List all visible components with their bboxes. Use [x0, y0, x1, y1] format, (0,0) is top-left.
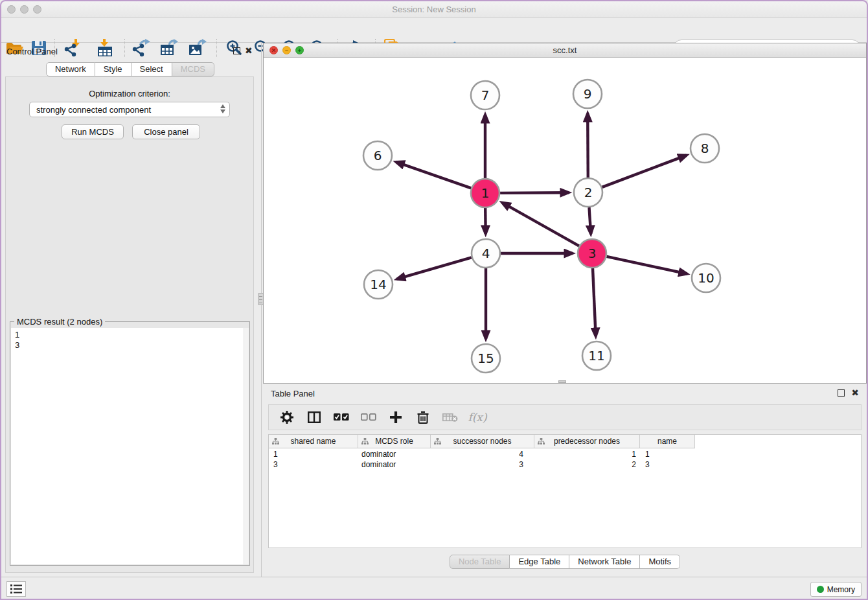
- edge-1-6[interactable]: [396, 162, 471, 189]
- column-header-mcds-role[interactable]: MCDS role: [358, 435, 431, 448]
- tab-style[interactable]: Style: [95, 62, 131, 76]
- optimization-criterion-label: Optimization criterion:: [6, 89, 253, 98]
- edge-4-14[interactable]: [397, 257, 472, 279]
- criterion-dropdown[interactable]: strongly connected component: [29, 102, 230, 117]
- table-close-icon[interactable]: ✖: [851, 388, 859, 397]
- control-panel: Control Panel ✖ NetworkStyleSelectMCDS O…: [0, 43, 260, 577]
- memory-status-icon: [817, 586, 824, 593]
- mcds-result-text[interactable]: 1 3: [11, 328, 249, 564]
- node-3[interactable]: 3: [578, 239, 606, 268]
- network-title: scc.txt: [264, 45, 866, 55]
- table-cell: dominator: [358, 449, 431, 459]
- list-icon: [10, 584, 22, 594]
- table-cell: 1: [269, 449, 358, 459]
- node-table-body: 1dominator4113dominator323: [269, 449, 861, 548]
- task-history-button[interactable]: [6, 581, 26, 597]
- add-row-icon[interactable]: [387, 408, 405, 426]
- table-cell: dominator: [358, 459, 431, 470]
- close-panel-button[interactable]: Close panel: [132, 124, 200, 139]
- node-15[interactable]: 15: [472, 344, 500, 373]
- node-11[interactable]: 11: [582, 341, 611, 370]
- delete-table-icon[interactable]: [441, 408, 459, 426]
- edge-3-10[interactable]: [607, 257, 687, 274]
- node-table: shared nameMCDS rolesuccessor nodesprede…: [268, 434, 862, 548]
- table-panel-tabs: Node TableEdge TableNetwork TableMotifs: [263, 555, 867, 569]
- float-panel-icon[interactable]: [233, 47, 240, 54]
- network-resize-grip[interactable]: [558, 380, 566, 383]
- table-row[interactable]: 1dominator411: [269, 449, 861, 459]
- mcds-panel-body: Optimization criterion: strongly connect…: [5, 76, 254, 573]
- mcds-result-scrollbar[interactable]: [244, 328, 249, 564]
- settings-gear-icon[interactable]: [278, 408, 296, 426]
- delete-row-icon[interactable]: [414, 408, 432, 426]
- network-window-titlebar[interactable]: ✕ − + scc.txt: [264, 43, 866, 58]
- node-10[interactable]: 10: [692, 264, 720, 292]
- node-label: 7: [481, 87, 490, 103]
- node-8[interactable]: 8: [691, 134, 719, 163]
- edge-1-4[interactable]: [485, 208, 486, 234]
- close-panel-icon[interactable]: ✖: [245, 46, 253, 55]
- mcds-result-title: MCDS result (2 nodes): [14, 317, 105, 327]
- column-header-shared-name[interactable]: shared name: [269, 435, 358, 448]
- node-label: 15: [477, 351, 494, 366]
- application-window: Session: New Session: [0, 0, 868, 600]
- node-6[interactable]: 6: [363, 141, 392, 170]
- table-cell: 4: [431, 449, 534, 459]
- table-cell: 1: [534, 449, 640, 459]
- toggle-columns-icon[interactable]: [305, 408, 323, 426]
- control-panel-title: Control Panel: [6, 47, 58, 56]
- edge-1-2[interactable]: [500, 192, 569, 193]
- table-panel-title: Table Panel: [271, 389, 315, 398]
- panel-splitter[interactable]: [261, 43, 262, 577]
- memory-label: Memory: [827, 585, 855, 594]
- table-cell: 1: [640, 449, 695, 459]
- node-1[interactable]: 1: [471, 179, 499, 207]
- deselect-all-icon[interactable]: [360, 408, 378, 426]
- node-label: 14: [370, 277, 386, 292]
- tab-node-table[interactable]: Node Table: [450, 555, 510, 569]
- node-9[interactable]: 9: [573, 80, 602, 108]
- run-mcds-button[interactable]: Run MCDS: [62, 124, 124, 139]
- tab-edge-table[interactable]: Edge Table: [510, 555, 569, 569]
- node-label: 2: [584, 185, 593, 200]
- node-table-header: shared nameMCDS rolesuccessor nodesprede…: [269, 435, 695, 448]
- edge-2-8[interactable]: [602, 156, 687, 187]
- node-label: 6: [374, 148, 382, 163]
- tab-motifs[interactable]: Motifs: [640, 555, 680, 569]
- node-label: 10: [698, 270, 714, 286]
- column-header-successor-nodes[interactable]: successor nodes: [431, 435, 534, 448]
- node-14[interactable]: 14: [364, 270, 393, 299]
- edge-2-3[interactable]: [589, 207, 591, 234]
- mcds-result-group: MCDS result (2 nodes) 1 3: [10, 321, 250, 566]
- memory-button[interactable]: Memory: [810, 582, 862, 597]
- edge-3-11[interactable]: [593, 268, 596, 336]
- function-builder-icon[interactable]: f(x): [468, 408, 486, 426]
- network-canvas[interactable]: 7968124314101511: [264, 58, 866, 383]
- table-cell: 3: [640, 459, 695, 470]
- node-label: 1: [481, 185, 490, 201]
- column-header-name[interactable]: name: [640, 435, 695, 448]
- select-all-icon[interactable]: [332, 408, 350, 426]
- table-float-icon[interactable]: [838, 389, 845, 397]
- table-row[interactable]: 3dominator323: [269, 459, 861, 470]
- node-2[interactable]: 2: [574, 178, 602, 207]
- control-panel-tabs: NetworkStyleSelectMCDS: [0, 62, 260, 76]
- tab-select[interactable]: Select: [131, 62, 172, 76]
- node-7[interactable]: 7: [471, 81, 499, 110]
- edge-3-1[interactable]: [502, 203, 579, 246]
- column-label: shared name: [290, 437, 336, 446]
- node-4[interactable]: 4: [472, 239, 500, 268]
- node-label: 11: [588, 348, 604, 363]
- tab-network-table[interactable]: Network Table: [569, 555, 640, 569]
- tab-network[interactable]: Network: [46, 62, 95, 76]
- table-panel: Table Panel ✖ f(x): [263, 385, 867, 573]
- title-bar: Session: New Session: [0, 0, 868, 18]
- column-header-predecessor-nodes[interactable]: predecessor nodes: [534, 435, 640, 448]
- column-label: name: [657, 437, 677, 446]
- edge-2-9[interactable]: [588, 113, 588, 178]
- main-toolbar: [0, 18, 868, 43]
- tab-mcds[interactable]: MCDS: [172, 62, 214, 76]
- node-label: 3: [588, 246, 597, 261]
- column-label: predecessor nodes: [554, 437, 620, 446]
- status-bar: Memory: [0, 577, 868, 600]
